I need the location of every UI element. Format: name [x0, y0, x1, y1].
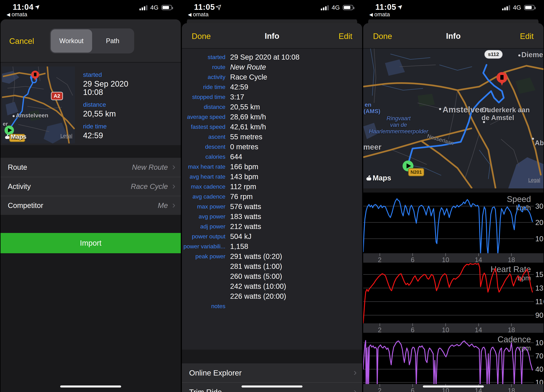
apple-maps-logo: Maps [5, 133, 26, 140]
segment-path[interactable]: Path [92, 29, 133, 52]
info-row: avg power183 watts [182, 212, 362, 222]
edit-button[interactable]: Edit [519, 32, 535, 41]
info-value: Race Cycle [230, 73, 267, 81]
action-row[interactable]: Online Explorer› [182, 363, 362, 382]
info-row: routeNew Route [182, 62, 362, 72]
axis-tick [379, 253, 380, 256]
summary-label: started [83, 71, 128, 78]
home-indicator[interactable] [423, 386, 484, 387]
summary-value: 42:59 [83, 131, 128, 140]
svg-text:Cadence: Cadence [497, 334, 531, 344]
info-row: 281 watts (1:00) [182, 261, 362, 271]
section-gap [363, 188, 544, 193]
info-row: adj power212 watts [182, 222, 362, 231]
status-bar: 11:05 ➤ ◀ omata 4G [181, 0, 363, 19]
clock: 11:05 [375, 3, 396, 12]
legal-link[interactable]: Legal [528, 177, 540, 183]
back-app-name: omata [374, 11, 390, 18]
back-icon: ◀ [6, 12, 10, 17]
action-label: Trim Ride [189, 388, 354, 392]
svg-text:90: 90 [535, 311, 544, 319]
svg-text:40: 40 [535, 365, 544, 373]
info-value: 0 metres [230, 143, 258, 151]
info-label: ascent [182, 133, 225, 140]
status-indicators: 4G [502, 4, 535, 11]
info-label: average speed [182, 114, 225, 120]
info-row: max heart rate166 bpm [182, 162, 362, 172]
apple-logo-icon [5, 134, 10, 139]
info-row: notes [182, 301, 362, 311]
info-label: ride time [182, 84, 225, 90]
info-label: power output [182, 233, 225, 240]
status-indicators: 4G [139, 4, 172, 11]
road-shield-s112: s112 [484, 50, 503, 59]
info-label: stopped time [182, 94, 225, 100]
info-label: activity [182, 74, 225, 81]
page-title: Info [182, 32, 362, 40]
road-shield-a2: A2 [51, 92, 63, 100]
axis-tick-label: 6 [405, 387, 420, 392]
battery-icon [161, 5, 172, 10]
settings-row[interactable]: RouteNew Route› [0, 158, 181, 177]
edit-button[interactable]: Edit [337, 32, 353, 41]
row-value: Race Cycle [31, 182, 168, 190]
settings-row[interactable]: CompetitorMe› [0, 196, 181, 215]
info-label: peak power [182, 253, 225, 260]
info-row: activityRace Cycle [182, 72, 362, 82]
axis-tick [412, 253, 413, 256]
ride-charts: 302010Speedkm/h2610141815013011090Heart … [363, 188, 544, 392]
row-value: Me [43, 202, 168, 210]
map-label-city: Amstelveen [16, 112, 48, 119]
info-label: fastest speed [182, 124, 225, 130]
cancel-button[interactable]: Cancel [8, 36, 35, 46]
battery-icon [524, 5, 535, 10]
info-value: 3:17 [230, 93, 244, 101]
home-indicator[interactable] [242, 386, 302, 387]
legal-link[interactable]: Legal [60, 133, 72, 139]
map-label-ams: (AMS) [364, 108, 380, 115]
route-map-thumbnail[interactable]: Amstelveen er A2 N201 Maps Legal [2, 66, 75, 144]
info-label: max cadence [182, 183, 225, 190]
import-button[interactable]: Import [0, 233, 181, 253]
ride-stats-section: started29 Sep 2020 at 10:08routeNew Rout… [182, 49, 362, 350]
battery-icon [343, 5, 353, 10]
info-row: stopped time3:17 [182, 92, 362, 102]
summary-label: distance [83, 101, 128, 108]
summary-value: 29 Sep 2020 10:08 [83, 80, 128, 96]
axis-tick [445, 253, 446, 256]
chart-x-axis: 26101418 [363, 253, 544, 263]
info-sheet: Done Info Edit started29 Sep 2020 at 10:… [182, 23, 362, 392]
info-value: 576 watts [230, 202, 261, 211]
info-value: New Route [230, 63, 266, 71]
chevron-right-icon: › [172, 200, 175, 210]
summary-item: started29 Sep 2020 10:08 [83, 71, 128, 96]
axis-tick-label: 14 [471, 387, 486, 392]
route-map[interactable]: s112 Diemen en (AMS) Ringvaart van de Ha… [363, 49, 544, 188]
axis-tick [412, 323, 413, 326]
row-label: Competitor [8, 202, 43, 210]
back-to-app-link[interactable]: ◀ omata [188, 11, 208, 18]
row-label: Activity [8, 182, 31, 190]
network-type: 4G [150, 4, 159, 11]
info-value: 281 watts (1:00) [230, 262, 282, 271]
workout-path-segmented-control[interactable]: Workout Path [50, 29, 134, 53]
info-label: power variabili... [182, 243, 225, 250]
map-label-en: en [365, 101, 371, 108]
actions-list: Online Explorer›Trim Ride›Export› [182, 363, 362, 392]
segment-workout[interactable]: Workout [51, 29, 92, 52]
location-arrow-icon: ➤ [214, 2, 224, 11]
info-row: max power576 watts [182, 202, 362, 212]
axis-tick [478, 253, 479, 256]
section-gap [0, 145, 181, 158]
home-indicator[interactable] [60, 386, 121, 387]
summary-value: 20,55 km [83, 110, 128, 118]
settings-row[interactable]: ActivityRace Cycle› [0, 177, 181, 196]
info-value: 42,61 km/h [230, 123, 266, 131]
back-to-app-link[interactable]: ◀ omata [6, 11, 27, 18]
back-to-app-link[interactable]: ◀ omata [369, 11, 390, 18]
svg-text:20: 20 [535, 219, 544, 226]
info-value: 291 watts (0:20) [230, 252, 282, 260]
axis-tick [445, 323, 446, 326]
map-label-abcoude: Abcoude [535, 139, 544, 147]
import-nav-bar: Cancel Workout Path [0, 19, 181, 63]
